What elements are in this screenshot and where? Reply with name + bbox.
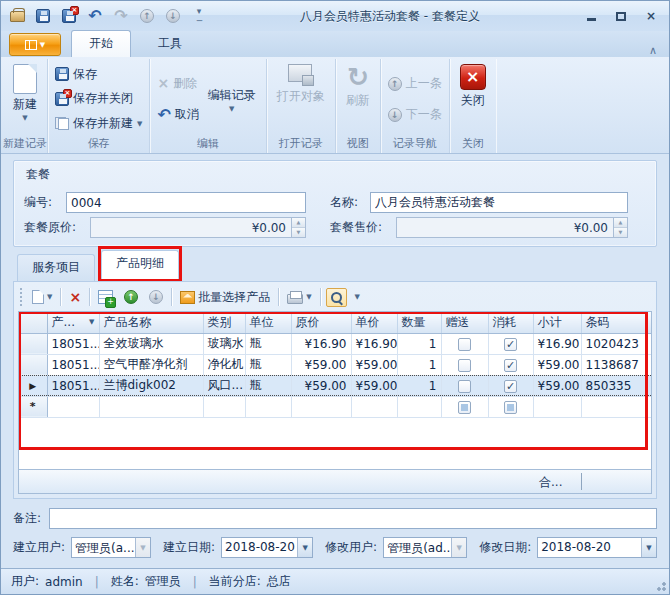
close-record-button[interactable]: × 关闭 xyxy=(454,62,492,136)
cell-qty[interactable]: 1 xyxy=(397,375,441,396)
chevron-down-icon[interactable]: ▼ xyxy=(297,538,312,557)
chevron-down-icon[interactable]: ▼ xyxy=(641,538,656,557)
tab-start[interactable]: 开始 xyxy=(71,30,131,57)
collapse-ribbon-icon[interactable]: ∧ xyxy=(649,44,661,57)
code-input[interactable] xyxy=(66,192,306,213)
cell-category[interactable] xyxy=(203,396,245,417)
gift-checkbox[interactable] xyxy=(458,359,471,372)
gift-checkbox[interactable] xyxy=(458,338,471,351)
column-header[interactable]: 小计 xyxy=(533,312,581,333)
save-button[interactable]: 保存 xyxy=(52,65,145,84)
cell-consume[interactable] xyxy=(488,333,533,354)
name-input[interactable] xyxy=(370,192,628,213)
cell-qty[interactable]: 1 xyxy=(397,354,441,375)
cell-unit[interactable]: 瓶 xyxy=(245,354,291,375)
qat-customize-icon[interactable]: ▾─ xyxy=(189,6,209,26)
created-date-combo[interactable]: 2018-08-20 ▼ xyxy=(221,537,313,558)
close-button[interactable]: × xyxy=(643,9,659,23)
column-header[interactable]: 原价 xyxy=(291,312,351,333)
column-header[interactable]: 类别 xyxy=(203,312,245,333)
cell-unit[interactable]: 瓶 xyxy=(245,375,291,396)
cell-gift[interactable] xyxy=(441,375,488,396)
cell-category[interactable]: 净化机 xyxy=(203,354,245,375)
row-selector[interactable]: ▶ xyxy=(19,375,47,396)
cell-name[interactable] xyxy=(99,396,203,417)
cell-name[interactable]: 空气甲醛净化剂 xyxy=(99,354,203,375)
row-selector[interactable] xyxy=(19,354,47,375)
delete-row-button[interactable]: × xyxy=(66,289,84,306)
cell-code[interactable] xyxy=(47,396,99,417)
cell-price[interactable] xyxy=(351,396,397,417)
cell-barcode[interactable]: 1020423 xyxy=(581,333,652,354)
cell-consume[interactable] xyxy=(488,354,533,375)
cell-orig[interactable]: ¥59.00 xyxy=(291,354,351,375)
column-header[interactable]: 单价 xyxy=(351,312,397,333)
save-new-button[interactable]: 保存并新建 ▼ xyxy=(52,114,145,133)
column-header[interactable]: 消耗 xyxy=(488,312,533,333)
undo-icon[interactable]: ↶ xyxy=(85,6,105,26)
cell-category[interactable]: 玻璃水 xyxy=(203,333,245,354)
consume-checkbox[interactable] xyxy=(504,359,517,372)
cell-name[interactable]: 兰博digk002 xyxy=(99,375,203,396)
restore-button[interactable] xyxy=(613,9,629,23)
cell-price[interactable]: ¥16.90 xyxy=(351,333,397,354)
cancel-button[interactable]: ↶ 取消 xyxy=(154,105,201,124)
cell-code[interactable]: 18051... xyxy=(47,354,99,375)
save-icon[interactable] xyxy=(33,6,53,26)
cell-unit[interactable]: 瓶 xyxy=(245,333,291,354)
cell-barcode[interactable]: 1138687 xyxy=(581,354,652,375)
batch-select-button[interactable]: 批量选择产品 xyxy=(177,287,273,308)
cell-orig[interactable] xyxy=(291,396,351,417)
consume-checkbox[interactable] xyxy=(504,401,517,414)
minimize-button[interactable] xyxy=(583,9,599,23)
cell-gift[interactable] xyxy=(441,396,488,417)
column-header[interactable]: 数量 xyxy=(397,312,441,333)
new-button[interactable]: 新建 ▼ xyxy=(7,62,43,136)
cell-consume[interactable] xyxy=(488,375,533,396)
cell-gift[interactable] xyxy=(441,354,488,375)
tab-tools[interactable]: 工具 xyxy=(141,31,199,57)
modified-date-combo[interactable]: 2018-08-20 ▼ xyxy=(537,537,657,558)
edit-record-button[interactable]: 编辑记录 ▼ xyxy=(202,62,262,136)
resize-grip[interactable] xyxy=(654,579,666,591)
column-header[interactable]: 单位 xyxy=(245,312,291,333)
cell-code[interactable]: 18051... xyxy=(47,333,99,354)
cart-icon[interactable] xyxy=(7,6,27,26)
cell-qty[interactable] xyxy=(397,396,441,417)
cell-orig[interactable]: ¥16.90 xyxy=(291,333,351,354)
cell-barcode[interactable] xyxy=(581,396,652,417)
tab-service-items[interactable]: 服务项目 xyxy=(17,254,95,281)
cell-orig[interactable]: ¥59.00 xyxy=(291,375,351,396)
tab-product-detail[interactable]: 产品明细 xyxy=(101,250,179,279)
cell-category[interactable]: 风口... xyxy=(203,375,245,396)
cell-barcode[interactable]: 850335 xyxy=(581,375,652,396)
column-header[interactable]: 产品名称 xyxy=(99,312,203,333)
column-header[interactable]: 产...▼ xyxy=(47,312,99,333)
cell-price[interactable]: ¥59.00 xyxy=(351,375,397,396)
cell-price[interactable]: ¥59.00 xyxy=(351,354,397,375)
sort-arrow-icon[interactable]: ▼ xyxy=(89,318,94,326)
cell-gift[interactable] xyxy=(441,333,488,354)
cell-subtotal[interactable]: ¥59.00 xyxy=(533,375,581,396)
cell-unit[interactable] xyxy=(245,396,291,417)
table-row[interactable]: 18051...全效玻璃水玻璃水瓶¥16.90¥16.901¥16.901020… xyxy=(19,333,652,354)
column-header[interactable]: 条码 xyxy=(581,312,652,333)
table-row[interactable]: 18051...空气甲醛净化剂净化机瓶¥59.00¥59.001¥59.0011… xyxy=(19,354,652,375)
remarks-input[interactable] xyxy=(49,508,657,529)
consume-checkbox[interactable] xyxy=(504,380,517,393)
column-header[interactable]: 赠送 xyxy=(441,312,488,333)
save-close-button[interactable]: × 保存并关闭 xyxy=(52,89,145,108)
cell-subtotal[interactable] xyxy=(533,396,581,417)
new-row[interactable]: * xyxy=(19,396,652,417)
consume-checkbox[interactable] xyxy=(504,338,517,351)
search-options-button[interactable]: ▼ xyxy=(352,292,363,302)
cell-name[interactable]: 全效玻璃水 xyxy=(99,333,203,354)
cell-consume[interactable] xyxy=(488,396,533,417)
table-row[interactable]: ▶18051...兰博digk002风口...瓶¥59.00¥59.001¥59… xyxy=(19,375,652,396)
row-selector[interactable] xyxy=(19,333,47,354)
grid-settings-button[interactable] xyxy=(95,288,116,306)
print-button[interactable]: ▼ xyxy=(284,289,314,306)
cell-subtotal[interactable]: ¥16.90 xyxy=(533,333,581,354)
gift-checkbox[interactable] xyxy=(458,380,471,393)
cell-code[interactable]: 18051... xyxy=(47,375,99,396)
